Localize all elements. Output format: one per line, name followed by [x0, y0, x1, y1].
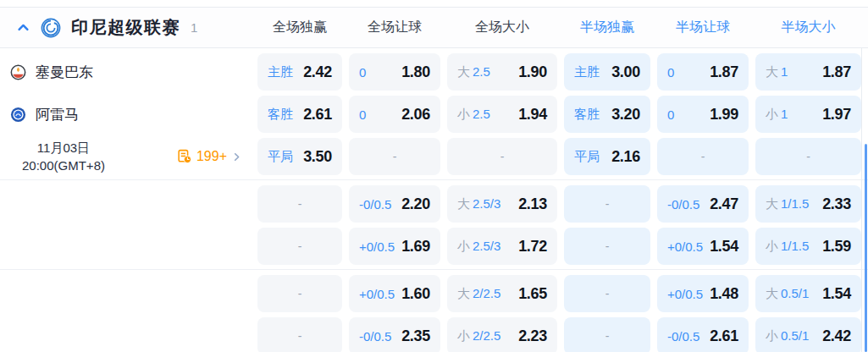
- odds-cell[interactable]: +0/0.51.69: [349, 228, 440, 265]
- odds-value: 1.54: [710, 238, 738, 256]
- odds-cell-empty: -: [564, 185, 650, 223]
- odds-prefix: 小: [766, 107, 778, 121]
- odds-row: 11月03日20:00(GMT+8)199+平局3.50--平局2.16--: [0, 138, 868, 175]
- odds-cell[interactable]: 主胜2.42: [257, 53, 342, 91]
- odds-cell[interactable]: 小0.5/12.42: [755, 317, 861, 352]
- odds-cell[interactable]: 客胜2.61: [257, 96, 342, 133]
- odds-row: 塞曼巴东主胜2.4201.80大2.51.90主胜3.0001.87大11.87: [0, 53, 868, 91]
- odds-value: 1.97: [822, 106, 851, 124]
- odds-label: 大1/1.5: [766, 196, 809, 212]
- odds-value: 1.65: [518, 285, 547, 303]
- column-header-2: 全场让球: [349, 19, 440, 36]
- odds-cell[interactable]: 01.87: [657, 53, 749, 91]
- odds-cell[interactable]: 大0.5/11.54: [755, 275, 861, 312]
- odds-value: 2.35: [401, 327, 430, 345]
- league-title: 印尼超级联赛: [71, 16, 180, 39]
- odds-label: 平局: [268, 149, 293, 165]
- more-markets-button[interactable]: 199+: [177, 149, 242, 164]
- odds-value: 1.80: [401, 63, 430, 81]
- group-divider: [0, 269, 868, 270]
- left-spacer: [0, 185, 251, 223]
- match-meta: 11月03日20:00(GMT+8)199+: [0, 138, 251, 175]
- odds-cell[interactable]: 01.80: [349, 53, 440, 91]
- odds-label: 大2/2.5: [457, 286, 500, 302]
- team-name: 阿雷马: [36, 105, 79, 124]
- odds-label: 大2.5: [457, 64, 490, 80]
- match-datetime: 11月03日20:00(GMT+8): [3, 139, 124, 174]
- odds-label: 平局: [574, 149, 600, 165]
- odds-cell[interactable]: 小2.51.94: [447, 96, 557, 133]
- odds-cell[interactable]: 大2.51.90: [447, 53, 557, 91]
- odds-cell[interactable]: 小2.5/31.72: [447, 228, 557, 265]
- league-info: 印尼超级联赛 1: [0, 16, 251, 39]
- away-team-logo-icon: [10, 107, 26, 123]
- odds-cell[interactable]: 小11.97: [755, 96, 861, 133]
- odds-label: 大0.5/1: [766, 286, 809, 302]
- odds-prefix: 小: [457, 107, 470, 121]
- odds-cell[interactable]: +0/0.51.48: [657, 275, 749, 312]
- odds-cell[interactable]: +0/0.51.60: [349, 275, 440, 312]
- match-count: 1: [191, 20, 197, 35]
- odds-cell[interactable]: 平局2.16: [564, 138, 650, 175]
- odds-label: -0/0.5: [667, 197, 699, 212]
- odds-row: --0/0.52.20大2.5/32.13--0/0.52.47大1/1.52.…: [0, 185, 868, 223]
- odds-value: 1.48: [710, 285, 738, 303]
- odds-label: -0/0.5: [667, 329, 699, 344]
- odds-cell[interactable]: 平局3.50: [257, 138, 342, 175]
- odds-label: 小2.5/3: [457, 239, 500, 255]
- odds-cell[interactable]: -0/0.52.35: [349, 317, 440, 352]
- odds-label: 小0.5/1: [766, 328, 809, 344]
- match-date: 11月03日: [3, 139, 124, 157]
- odds-label: 小1/1.5: [766, 239, 809, 255]
- odds-label: +0/0.5: [359, 287, 395, 301]
- odds-cell[interactable]: +0/0.51.54: [657, 228, 749, 265]
- odds-cell[interactable]: -0/0.52.20: [349, 185, 440, 223]
- odds-value: 2.42: [303, 63, 332, 81]
- odds-cell[interactable]: 大2.5/32.13: [447, 185, 557, 223]
- odds-label: -0/0.5: [359, 197, 391, 212]
- column-header-1: 全场独赢: [257, 19, 342, 36]
- odds-cell-empty: -: [257, 275, 342, 312]
- odds-label: 0: [667, 65, 674, 80]
- markets-count: 199+: [196, 149, 227, 164]
- odds-label: 主胜: [268, 64, 293, 80]
- odds-cell[interactable]: 主胜3.00: [564, 53, 650, 91]
- odds-cell-empty: -: [755, 138, 861, 175]
- odds-value: 2.23: [518, 327, 547, 345]
- odds-cell[interactable]: 02.06: [349, 96, 440, 133]
- odds-value: 3.20: [611, 106, 640, 124]
- odds-label: 小1: [766, 107, 788, 123]
- odds-row: 阿雷马客胜2.6102.06小2.51.94客胜3.2001.99小11.97: [0, 96, 868, 133]
- odds-value: 2.61: [710, 327, 738, 345]
- odds-value: 1.87: [710, 63, 738, 81]
- odds-value: 2.42: [822, 327, 851, 345]
- odds-value: 2.16: [611, 148, 640, 166]
- odds-cell[interactable]: 小1/1.51.59: [755, 228, 861, 265]
- odds-cell[interactable]: 01.99: [657, 96, 749, 133]
- odds-cell[interactable]: 大2/2.51.65: [447, 275, 557, 312]
- odds-value: 1.99: [710, 106, 738, 124]
- odds-prefix: 小: [457, 239, 470, 253]
- odds-row: -+0/0.51.60大2/2.51.65-+0/0.51.48大0.5/11.…: [0, 275, 868, 312]
- odds-cell-empty: -: [564, 317, 650, 352]
- odds-cell[interactable]: -0/0.52.47: [657, 185, 749, 223]
- chevron-up-icon[interactable]: [16, 20, 30, 35]
- odds-cell[interactable]: 客胜3.20: [564, 96, 650, 133]
- odds-cell-empty: -: [349, 138, 440, 175]
- odds-cell[interactable]: -0/0.52.61: [657, 317, 749, 352]
- odds-label: 小2.5: [457, 107, 490, 123]
- odds-label: 小2/2.5: [457, 328, 500, 344]
- home-team-logo-icon: [10, 64, 26, 80]
- scrollbar[interactable]: [865, 144, 867, 352]
- odds-prefix: 大: [766, 196, 778, 211]
- column-header-4: 半场独赢: [564, 19, 650, 36]
- odds-cell[interactable]: 大11.87: [755, 53, 861, 91]
- odds-prefix: 大: [457, 64, 470, 79]
- odds-value: 2.61: [303, 106, 332, 124]
- group-divider: [0, 179, 868, 180]
- odds-cell[interactable]: 大1/1.52.33: [755, 185, 861, 223]
- odds-cell[interactable]: 小2/2.52.23: [447, 317, 557, 352]
- left-spacer: [0, 228, 251, 265]
- markets-icon: [177, 149, 192, 164]
- away-team: 阿雷马: [0, 96, 251, 133]
